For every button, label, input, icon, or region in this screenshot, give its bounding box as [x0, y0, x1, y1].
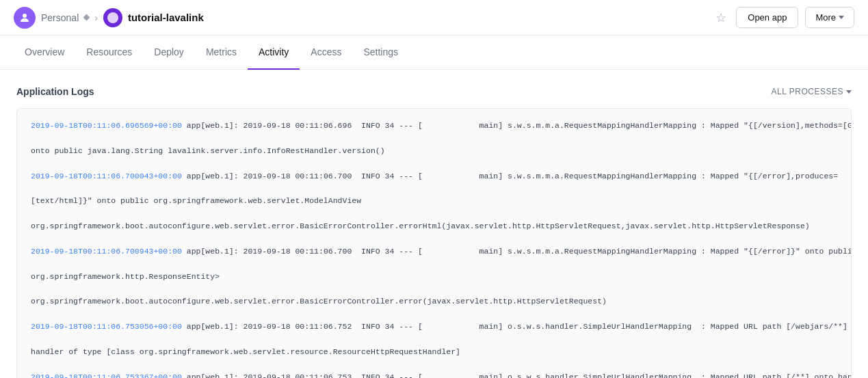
nav-item-metrics[interactable]: Metrics	[195, 36, 248, 70]
header-left: Personal › tutorial-lavalink	[14, 7, 713, 29]
more-label: More	[815, 12, 836, 23]
app-name: tutorial-lavalink	[128, 12, 204, 23]
personal-link[interactable]: Personal	[41, 12, 89, 23]
log-continuation: [text/html]}" onto public org.springfram…	[31, 195, 837, 207]
personal-diamond-icon	[83, 14, 90, 21]
avatar	[14, 7, 36, 29]
log-continuation: handler of type [class org.springframewo…	[31, 346, 837, 358]
nav-item-resources[interactable]: Resources	[75, 36, 143, 70]
personal-label: Personal	[41, 12, 79, 23]
log-continuation: onto public java.lang.String lavalink.se…	[31, 145, 837, 157]
nav-item-overview[interactable]: Overview	[14, 36, 75, 70]
log-continuation: org.springframework.boot.autoconfigure.w…	[31, 220, 837, 232]
log-continuation: org.springframework.boot.autoconfigure.w…	[31, 295, 837, 308]
nav-item-activity[interactable]: Activity	[248, 36, 300, 70]
nav-item-deploy[interactable]: Deploy	[143, 36, 195, 70]
all-processes-dropdown[interactable]: ALL PROCESSES	[772, 87, 852, 96]
log-text: app[web.1]: 2019-09-18 00:11:06.700 INFO…	[182, 247, 852, 256]
app-icon-inner	[107, 12, 118, 23]
star-button[interactable]: ☆	[713, 8, 729, 28]
chevron-down-icon	[839, 16, 844, 19]
log-timestamp: 2019-09-18T00:11:06.753056+00:00	[31, 322, 182, 331]
breadcrumb-separator: ›	[94, 12, 98, 23]
log-text: app[web.1]: 2019-09-18 00:11:06.752 INFO…	[182, 322, 852, 331]
nav: Overview Resources Deploy Metrics Activi…	[0, 36, 868, 70]
app-icon	[103, 8, 122, 27]
log-timestamp: 2019-09-18T00:11:06.753367+00:00	[31, 373, 182, 378]
all-processes-label: ALL PROCESSES	[772, 87, 843, 96]
section-header: Application Logs ALL PROCESSES	[16, 86, 852, 97]
nav-item-settings[interactable]: Settings	[352, 36, 409, 70]
header: Personal › tutorial-lavalink ☆ Open app …	[0, 0, 868, 36]
svg-point-0	[23, 14, 27, 18]
log-timestamp: 2019-09-18T00:11:06.700043+00:00	[31, 172, 182, 180]
log-text: app[web.1]: 2019-09-18 00:11:06.700 INFO…	[182, 172, 838, 180]
more-button[interactable]: More	[805, 7, 854, 28]
log-text: app[web.1]: 2019-09-18 00:11:06.696 INFO…	[182, 121, 852, 130]
log-container[interactable]: 2019-09-18T00:11:06.696569+00:00 app[web…	[16, 108, 852, 378]
header-right: ☆ Open app More	[713, 7, 854, 28]
open-app-button[interactable]: Open app	[736, 7, 798, 28]
log-timestamp: 2019-09-18T00:11:06.696569+00:00	[31, 121, 182, 130]
main-content: Application Logs ALL PROCESSES 2019-09-1…	[0, 70, 868, 378]
log-continuation: org.springframework.http.ResponseEntity>	[31, 271, 837, 283]
log-timestamp: 2019-09-18T00:11:06.700943+00:00	[31, 247, 182, 256]
all-processes-chevron-icon	[846, 90, 852, 94]
section-title: Application Logs	[16, 86, 94, 97]
log-text: app[web.1]: 2019-09-18 00:11:06.753 INFO…	[182, 373, 852, 378]
nav-item-access[interactable]: Access	[300, 36, 352, 70]
